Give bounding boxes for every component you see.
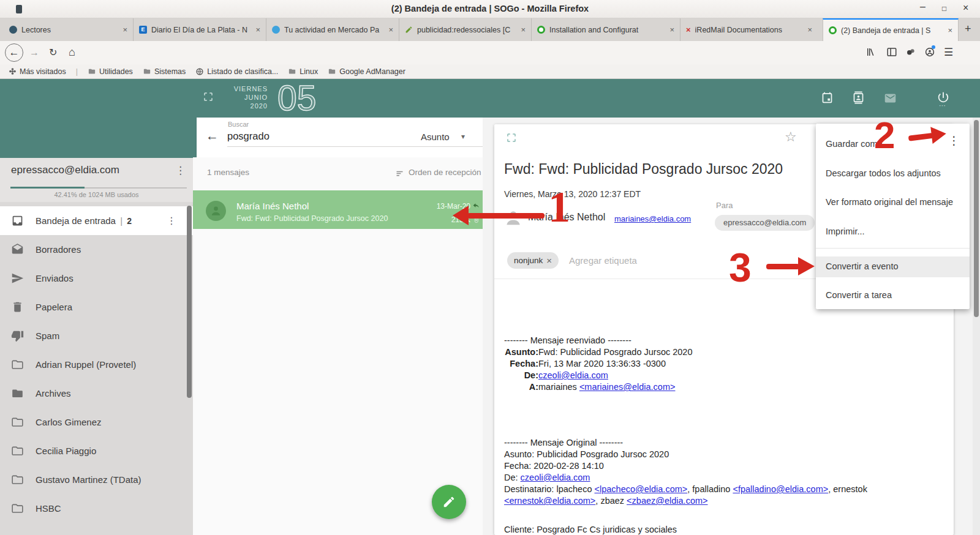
expand-icon[interactable]	[203, 91, 214, 102]
tab-close-icon[interactable]: ×	[807, 25, 812, 34]
account-badge-icon[interactable]	[924, 47, 935, 58]
expand-message-icon[interactable]	[506, 132, 517, 143]
folder-icon	[288, 67, 296, 75]
folder-list: Bandeja de entrada | 2 ⋮ Borradores Envi…	[0, 202, 193, 535]
tab-favicon-icon: ×	[686, 26, 691, 34]
sidebar-item-gustavo-martinez[interactable]: Gustavo Martinez (TData)	[0, 465, 193, 494]
mail-account-section[interactable]: epressacco@eldia.com ⋮ 42.41% de 1024 MB…	[0, 158, 193, 202]
menu-hamburger-icon[interactable]: ☰	[944, 46, 953, 59]
tab-close-icon[interactable]: ×	[948, 26, 952, 35]
tag-chip[interactable]: nonjunk ×	[507, 252, 559, 269]
annotation-number-2: 2	[874, 116, 895, 154]
new-tab-button[interactable]: +	[965, 23, 971, 36]
message-kebab-icon[interactable]: ⋮	[948, 133, 960, 148]
tab-close-icon[interactable]: ×	[123, 25, 127, 34]
add-tag-placeholder[interactable]: Agregar etiqueta	[569, 255, 637, 266]
sidebar-scrollbar[interactable]	[187, 206, 192, 398]
folder-label: Adrian Ruppel (Provetel)	[36, 359, 136, 370]
email-link[interactable]: czeoli@eldia.com	[538, 370, 608, 380]
menu-item-print[interactable]: Imprimir...	[826, 226, 865, 236]
message-search-input[interactable]	[227, 130, 380, 142]
recipient-chip[interactable]: epressacco@eldia.com	[715, 215, 815, 231]
annotation-number-1: 1	[548, 185, 570, 229]
sidebar-item-inbox[interactable]: Bandeja de entrada | 2 ⋮	[0, 206, 193, 235]
tab-installation[interactable]: Installation and Configurat ×	[531, 18, 680, 41]
sidebars-icon[interactable]	[886, 47, 897, 58]
library-icon[interactable]	[865, 47, 876, 58]
tag-close-icon[interactable]: ×	[546, 255, 552, 266]
bookmark-linux[interactable]: Linux	[288, 67, 318, 76]
contacts-icon[interactable]	[852, 91, 865, 104]
content-scrollbar-thumb[interactable]	[974, 120, 979, 317]
forward-button[interactable]: →	[29, 47, 39, 58]
tab-close-icon[interactable]: ×	[388, 25, 393, 34]
menu-item-view-source[interactable]: Ver formato original del mensaje	[826, 197, 953, 207]
email-link[interactable]: <lpacheco@eldia.com>	[595, 484, 688, 494]
bookmark-utilidades[interactable]: Utilidades	[88, 67, 133, 76]
sidebar-item-carlos-gimenez[interactable]: Carlos Gimenez	[0, 408, 193, 436]
email-link[interactable]: <ernestok@eldia.com>	[504, 496, 595, 506]
email-link[interactable]: czeoli@eldia.com	[521, 473, 590, 482]
tab-etherpad[interactable]: publicidad:redessociales [C ×	[399, 18, 531, 41]
sidebar-item-sent[interactable]: Enviados	[0, 264, 193, 293]
bookmark-listado[interactable]: Listado de clasifica...	[195, 67, 278, 76]
sidebar-item-trash[interactable]: Papelera	[0, 293, 193, 321]
body-line: Cliente: Posgrado Fc Cs juridicas y soci…	[504, 524, 941, 535]
email-link[interactable]: <zbaez@eldia.com>	[627, 496, 707, 506]
home-button[interactable]: ⌂	[69, 46, 75, 59]
search-scope-select[interactable]: Asunto	[421, 132, 450, 142]
sort-order-label[interactable]: Orden de recepción	[409, 168, 481, 177]
tab-iredmail[interactable]: × iRedMail Documentations ×	[680, 18, 818, 41]
bookmark-most-visited[interactable]: Más visitados	[9, 67, 66, 76]
menu-item-convert-event[interactable]: Convertir a evento	[816, 256, 970, 277]
folder-icon	[11, 444, 24, 457]
mail-icon[interactable]	[884, 92, 897, 105]
bookmark-admanager[interactable]: Google AdManager	[328, 67, 405, 76]
search-back-icon[interactable]: ←	[206, 129, 219, 143]
tab-close-icon[interactable]: ×	[255, 25, 260, 34]
folder-label: Borradores	[36, 244, 81, 255]
body-line: Destinatario: lpacheco <lpacheco@eldia.c…	[504, 484, 941, 495]
email-link[interactable]: <mariaines@eldia.com>	[579, 382, 676, 392]
tab-favicon-icon	[9, 26, 17, 34]
tab-label: Installation and Configurat	[549, 26, 665, 34]
sidebar-item-cecilia-piaggio[interactable]: Cecilia Piaggio	[0, 436, 193, 465]
sort-icon[interactable]	[395, 169, 404, 178]
sidebar-item-hsbc[interactable]: HSBC	[0, 494, 193, 523]
tab-mercadopago[interactable]: Tu actividad en Mercado Pa ×	[266, 18, 399, 41]
sidebar-item-drafts[interactable]: Borradores	[0, 235, 193, 264]
send-icon	[11, 272, 24, 285]
sender-email-link[interactable]: mariaines@eldia.com	[614, 214, 691, 223]
account-menu-kebab-icon[interactable]: ⋮	[175, 164, 186, 177]
folder-menu-kebab-icon[interactable]: ⋮	[167, 215, 176, 226]
field-value: , zbaez	[595, 496, 627, 506]
close-window-button[interactable]: ×	[963, 2, 968, 13]
sidebar-item-adrian-ruppel[interactable]: Adrian Ruppel (Provetel)	[0, 350, 193, 379]
minimize-button[interactable]: –	[920, 1, 925, 12]
back-button[interactable]: ←	[5, 43, 23, 62]
chevron-down-icon[interactable]: ▾	[461, 132, 465, 141]
star-flag-icon[interactable]: ☆	[785, 129, 797, 145]
sidebar-item-spam[interactable]: Spam	[0, 321, 193, 350]
menu-item-download-attachments[interactable]: Descargar todos los adjuntos	[826, 168, 941, 178]
menu-item-convert-task[interactable]: Convertir a tarea	[826, 290, 892, 300]
message-body: -------- Mensaje reenviado -------- Asun…	[504, 335, 941, 535]
tab-close-icon[interactable]: ×	[521, 25, 526, 34]
message-row[interactable]: María Inés Nethol Fwd: Fwd: Publicidad P…	[193, 190, 483, 229]
tab-sogo-active[interactable]: (2) Bandeja de entrada | S ×	[823, 18, 959, 41]
compose-fab-button[interactable]	[432, 485, 466, 519]
folder-icon	[11, 358, 24, 371]
reload-button[interactable]: ↻	[49, 47, 57, 58]
window-titlebar: (2) Bandeja de entrada | SOGo - Mozilla …	[0, 0, 980, 18]
sidebar-item-archives[interactable]: Archives	[0, 379, 193, 408]
tab-eldia[interactable]: E Diario El Día de La Plata - N ×	[133, 18, 266, 41]
extension-icon[interactable]	[905, 47, 916, 58]
field-value: Destinatario: lpacheco	[504, 484, 595, 494]
bookmark-sistemas[interactable]: Sistemas	[143, 67, 186, 76]
calendar-icon[interactable]	[821, 91, 834, 104]
email-link[interactable]: <fpalladino@eldia.com>	[733, 484, 828, 494]
tab-lectores[interactable]: Lectores ×	[4, 18, 133, 41]
notification-dot	[932, 45, 935, 49]
tab-close-icon[interactable]: ×	[669, 25, 674, 34]
maximize-button[interactable]: □	[942, 4, 946, 13]
